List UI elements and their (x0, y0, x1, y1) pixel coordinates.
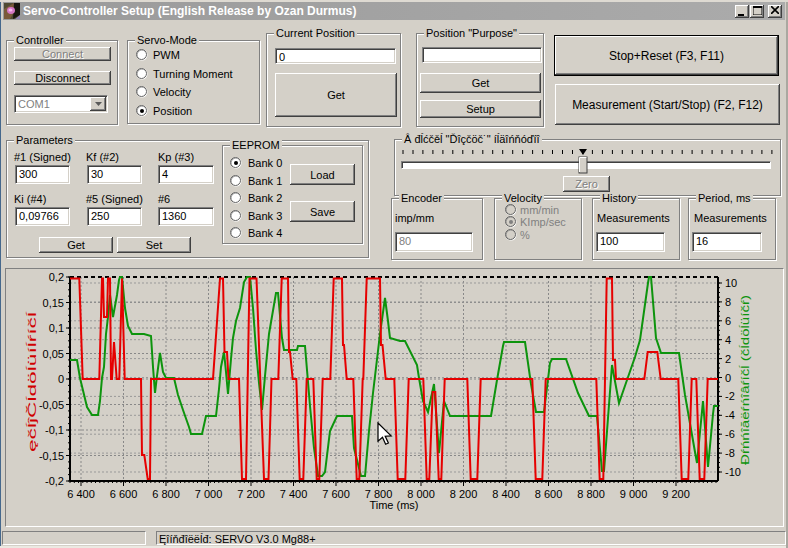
svg-text:7 600: 7 600 (322, 488, 350, 500)
svg-text:-10: -10 (725, 466, 741, 478)
svg-text:6: 6 (725, 315, 731, 327)
svg-text:ęčĺĵČĺdöĺüíĺŕíčĺ: ęčĺĵČĺdöĺüíĺŕíčĺ (26, 310, 38, 452)
svg-text:2: 2 (725, 353, 731, 365)
svg-text:0: 0 (58, 373, 64, 385)
svg-text:-0,05: -0,05 (39, 399, 64, 411)
svg-text:9 000: 9 000 (620, 488, 648, 500)
svg-text:0: 0 (725, 372, 731, 384)
svg-text:Time (ms): Time (ms) (369, 499, 418, 511)
svg-text:10: 10 (725, 277, 737, 289)
svg-text:0,1: 0,1 (49, 322, 64, 334)
svg-text:7 200: 7 200 (237, 488, 265, 500)
svg-text:-0,1: -0,1 (45, 424, 64, 436)
svg-text:6 600: 6 600 (110, 488, 138, 500)
svg-text:-8: -8 (725, 447, 735, 459)
svg-text:0,15: 0,15 (43, 297, 64, 309)
svg-text:0,2: 0,2 (49, 271, 64, 283)
svg-text:9 200: 9 200 (662, 488, 690, 500)
svg-text:8 200: 8 200 (450, 488, 478, 500)
svg-text:8: 8 (725, 296, 731, 308)
svg-text:0,05: 0,05 (43, 348, 64, 360)
svg-text:8 800: 8 800 (577, 488, 605, 500)
svg-text:-0,15: -0,15 (39, 450, 64, 462)
svg-text:8 400: 8 400 (492, 488, 520, 500)
svg-text:4: 4 (725, 334, 731, 346)
svg-text:7 000: 7 000 (195, 488, 223, 500)
svg-text:7 400: 7 400 (280, 488, 308, 500)
svg-text:6 800: 6 800 (152, 488, 180, 500)
svg-text:Đŕńńîăëŕńîâŕíčĺ (čĺdöĺüíčŕ): Đŕńńîăëŕńîâŕíčĺ (čĺdöĺüíčŕ) (739, 295, 751, 465)
svg-text:-2: -2 (725, 390, 735, 402)
svg-text:8 600: 8 600 (535, 488, 563, 500)
svg-text:-0,2: -0,2 (45, 475, 64, 487)
svg-text:-4: -4 (725, 409, 735, 421)
svg-text:6 400: 6 400 (67, 488, 95, 500)
svg-text:-6: -6 (725, 428, 735, 440)
